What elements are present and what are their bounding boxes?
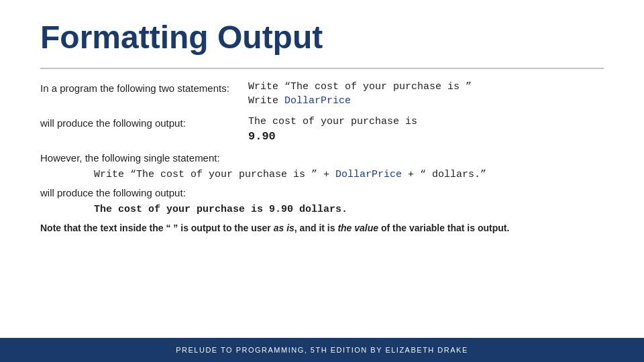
divider [40,68,604,69]
single-stmt-dollar: DollarPrice [335,169,402,180]
code-write-1: Write “The cost of your purchase is ” [248,81,472,93]
row-statements: In a program the following two statement… [40,81,604,107]
content-area: In a program the following two statement… [0,74,644,362]
row-label-statements: In a program the following two statement… [40,81,248,94]
will-produce-label-2: will produce the following output: [40,187,604,198]
output-block-1: The cost of your purchase is 9.90 [248,116,417,143]
footer-text: PRELUDE TO PROGRAMMING, 5TH EDITION BY E… [176,346,468,354]
output-line-1b: 9.90 [248,130,417,143]
single-stmt-code: Write “The cost of your purchase is ” + … [94,169,486,180]
single-stmt-suffix: + “ dollars.” [402,169,486,180]
code-dollar-price-1: DollarPrice [284,95,351,107]
code-line-2: Write DollarPrice [248,95,472,107]
code-write-2a: Write [248,95,284,107]
output-line-1a: The cost of your purchase is [248,116,417,127]
however-label: However, the following single statement: [40,152,604,164]
code-block-statements: Write “The cost of your purchase is ” Wr… [248,81,472,107]
row-will-produce-1: will produce the following output: The c… [40,116,604,143]
row-label-will-produce-1: will produce the following output: [40,116,248,129]
single-statement: Write “The cost of your purchase is ” + … [40,168,604,180]
note-text: Note that the text inside the “ ” is out… [40,222,590,235]
page-title: Formatting Output [40,20,604,56]
output-2-block: The cost of your purchase is 9.90 dollar… [40,202,604,215]
note-part-1: Note that the text inside the “ ” is out… [40,223,509,233]
title-area: Formatting Output [0,0,644,62]
slide: Formatting Output In a program the follo… [0,0,644,362]
footer-bar: PRELUDE TO PROGRAMMING, 5TH EDITION BY E… [0,338,644,362]
output-line-2: The cost of your purchase is 9.90 dollar… [94,204,347,215]
single-stmt-write: Write “The cost of your purchase is ” + [94,169,335,180]
code-line-1: Write “The cost of your purchase is ” [248,81,472,93]
